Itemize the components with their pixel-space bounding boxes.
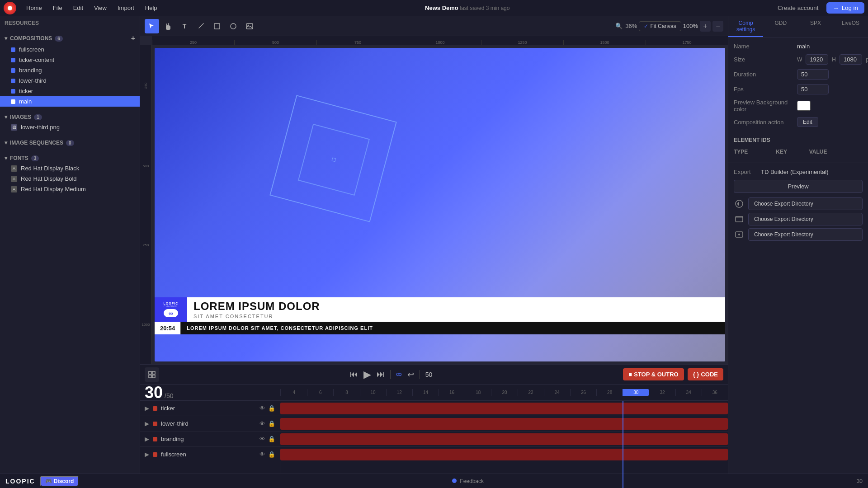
canvas-content[interactable]: LOOPIC CHANNEL ∞ LOREM IPSUM DOLOR SIT A…	[152, 45, 728, 364]
tab-gdd[interactable]: GDD	[763, 16, 798, 37]
track-ticker[interactable]: ▶ ticker 👁 🔒	[140, 401, 280, 416]
liveos-choose-export-dir-button[interactable]: Choose Export Directory	[748, 228, 863, 241]
code-button[interactable]: { } CODE	[688, 368, 723, 380]
tab-spx[interactable]: SPX	[798, 16, 833, 37]
timeline-ruler[interactable]: 4 6 8 10 12 14 16 18 20 22 24 26 28 30	[280, 389, 728, 396]
fps-input[interactable]	[797, 84, 829, 94]
image-item-lower-third[interactable]: 🖼 lower-third.png	[0, 122, 140, 132]
select-tool[interactable]	[145, 19, 159, 33]
fonts-header[interactable]: ▾ FONTS 3	[0, 153, 140, 163]
track-block[interactable]	[280, 403, 728, 414]
menu-view[interactable]: View	[90, 3, 111, 13]
preview-button[interactable]: Preview	[734, 180, 863, 193]
sidebar-item-ticker-content[interactable]: ticker-content	[0, 55, 140, 65]
play-button[interactable]: ▶	[363, 369, 371, 380]
preview-bg-color-swatch[interactable]	[797, 101, 811, 111]
grid-view-button[interactable]	[145, 367, 159, 382]
create-account-button[interactable]: Create account	[773, 3, 823, 13]
track-lower-third[interactable]: ▶ lower-third 👁 🔒	[140, 416, 280, 432]
sidebar-item-main[interactable]: main	[0, 96, 140, 107]
fonts-label: FONTS	[10, 155, 28, 161]
menu-home[interactable]: Home	[22, 3, 47, 13]
hand-tool[interactable]	[161, 19, 175, 33]
px-label: px	[866, 56, 868, 63]
font-item-bold[interactable]: A Red Hat Display Bold	[0, 174, 140, 184]
tab-liveos[interactable]: LiveOS	[833, 16, 868, 37]
loop-button[interactable]: ∞	[396, 370, 402, 379]
discord-button[interactable]: 🎮 Discord	[40, 476, 80, 487]
lock-icon[interactable]: 🔒	[268, 420, 275, 427]
images-header[interactable]: ▾ IMAGES 1	[0, 112, 140, 122]
add-composition-button[interactable]: +	[131, 34, 135, 42]
login-button[interactable]: → Log in	[826, 2, 864, 14]
repeat-button[interactable]: ↩	[407, 370, 414, 380]
zoom-out-button[interactable]: −	[712, 21, 723, 32]
font-label: Red Hat Display Medium	[21, 186, 86, 192]
menu-file[interactable]: File	[48, 3, 67, 13]
image-tool[interactable]	[242, 19, 257, 33]
search-icon: 🔍	[615, 23, 623, 29]
track-block[interactable]	[280, 449, 728, 460]
ellipse-tool[interactable]	[226, 19, 241, 33]
visibility-icon[interactable]: 👁	[259, 420, 265, 427]
sidebar-item-ticker[interactable]: ticker	[0, 86, 140, 96]
sidebar-item-branding[interactable]: branding	[0, 65, 140, 75]
lock-icon[interactable]: 🔒	[268, 405, 275, 412]
total-frames: /50	[165, 392, 173, 399]
item-dot	[11, 79, 15, 83]
ruler-left: 250 500 750 1000	[140, 45, 152, 364]
ruler-mark: 24	[544, 389, 570, 396]
zoom-percentage: 100%	[683, 23, 698, 29]
visibility-icon[interactable]: 👁	[259, 405, 265, 412]
ruler-mark-active: 30	[623, 389, 649, 396]
sidebar-item-fullscreen[interactable]: fullscreen	[0, 44, 140, 55]
feedback-area[interactable]: Feedback	[79, 478, 856, 484]
stop-outro-button[interactable]: ■ STOP & OUTRO	[623, 368, 684, 380]
lock-icon[interactable]: 🔒	[268, 436, 275, 442]
spx-icon	[734, 214, 745, 225]
skip-back-button[interactable]: ⏮	[350, 370, 358, 379]
text-tool[interactable]: T	[177, 19, 192, 33]
app-logo[interactable]	[4, 2, 16, 14]
feedback-dot	[452, 479, 457, 483]
tab-comp-settings[interactable]: Comp settings	[728, 16, 763, 37]
export-value: TD Builder (Experimental)	[761, 169, 863, 175]
font-item-medium[interactable]: A Red Hat Display Medium	[0, 184, 140, 194]
svg-rect-9	[736, 216, 743, 222]
height-input[interactable]	[840, 54, 862, 65]
menu-edit[interactable]: Edit	[69, 3, 88, 13]
shape-outer-square[interactable]	[269, 95, 397, 222]
ruler-mark: 28	[596, 389, 623, 396]
visibility-icon[interactable]: 👁	[259, 451, 265, 458]
duration-input[interactable]	[797, 69, 829, 80]
image-sequences-section: ▾ IMAGE SEQUENCES 0	[0, 135, 140, 150]
track-fullscreen[interactable]: ▶ fullscreen 👁 🔒	[140, 447, 280, 462]
item-label: ticker-content	[19, 56, 135, 63]
track-branding[interactable]: ▶ branding 👁 🔒	[140, 432, 280, 447]
rect-tool[interactable]	[210, 19, 224, 33]
image-sequences-header[interactable]: ▾ IMAGE SEQUENCES 0	[0, 138, 140, 148]
image-icon: 🖼	[11, 124, 17, 131]
logo-text: LOOPIC	[164, 302, 179, 305]
track-block[interactable]	[280, 433, 728, 445]
track-dot	[153, 406, 157, 411]
menu-help[interactable]: Help	[141, 3, 162, 13]
compositions-header[interactable]: ▾ COMPOSITIONS 6 +	[0, 33, 140, 44]
edit-button[interactable]: Edit	[797, 117, 818, 127]
ruler-mark: 14	[412, 389, 439, 396]
zoom-in-button[interactable]: +	[700, 21, 711, 32]
lock-icon[interactable]: 🔒	[268, 451, 275, 458]
item-dot	[11, 89, 15, 94]
spx-choose-export-dir-button[interactable]: Choose Export Directory	[748, 213, 863, 225]
pen-tool[interactable]	[193, 19, 208, 33]
width-input[interactable]	[806, 54, 828, 65]
visibility-icon[interactable]: 👁	[259, 436, 265, 442]
skip-forward-button[interactable]: ⏭	[377, 370, 385, 379]
td-choose-export-dir-button[interactable]: Choose Export Directory	[748, 197, 863, 210]
fit-canvas-button[interactable]: ✓ Fit Canvas	[639, 21, 681, 31]
sidebar-item-lower-third[interactable]: lower-third	[0, 75, 140, 86]
track-block[interactable]	[280, 418, 728, 430]
size-inputs: W H px	[797, 54, 868, 65]
font-item-black[interactable]: A Red Hat Display Black	[0, 163, 140, 174]
menu-import[interactable]: Import	[113, 3, 139, 13]
